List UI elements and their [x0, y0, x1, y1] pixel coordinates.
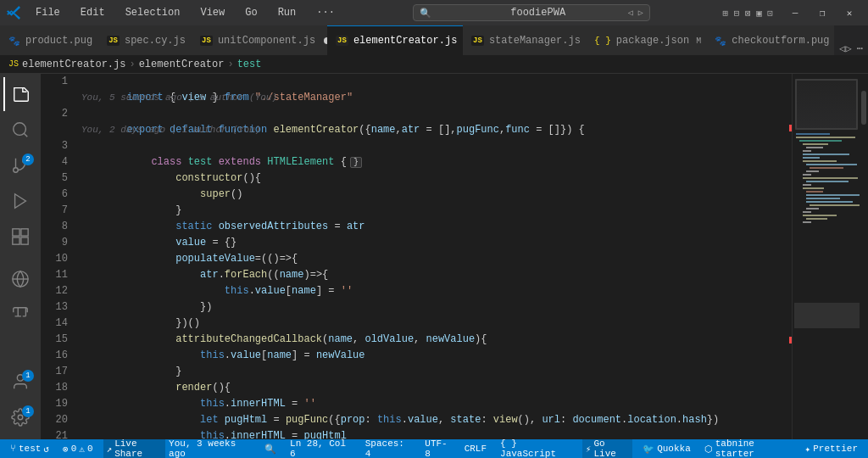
menu-view[interactable]: View — [195, 5, 230, 20]
code-line-21[interactable]: ············func.forEach((({event,callba… — [75, 428, 792, 439]
encoding-status[interactable]: UTF-8 — [421, 439, 453, 458]
go-live-status[interactable]: ⚡ Go Live — [582, 439, 632, 458]
activity-accounts[interactable]: 1 — [3, 365, 37, 399]
activity-testing[interactable] — [3, 298, 37, 332]
code-line-15[interactable]: ············this.value[name] = newValue — [75, 332, 792, 348]
code-line-5[interactable]: ············super() — [75, 170, 792, 187]
tab-spec-cy[interactable]: JS spec.cy.js — [98, 25, 192, 55]
global-search-input[interactable] — [413, 4, 650, 21]
breadcrumb-file[interactable]: elementCreator.js — [22, 59, 125, 70]
code-line-6[interactable]: ········} — [75, 187, 792, 203]
tab-element-creator[interactable]: JS elementCreator.js ✕ — [327, 25, 463, 55]
code-line-7[interactable]: ········static observedAttributes = atr — [75, 203, 792, 219]
search-status[interactable]: 🔍 — [261, 439, 280, 458]
live-share-status[interactable]: ↗ Live Share — [103, 439, 166, 458]
activity-explorer[interactable] — [3, 77, 37, 111]
tab-icon-package: { } — [594, 36, 611, 46]
svg-rect-16 — [799, 140, 842, 142]
code-content[interactable]: import { view } from "./stateManager" Yo… — [75, 74, 792, 439]
live-share-label: Live Share — [114, 438, 162, 458]
position-status[interactable]: Ln 28, Col 6 — [287, 439, 355, 458]
maximize-button[interactable]: ❐ — [810, 4, 834, 21]
tab-extra-icon1[interactable]: ◁▷ — [839, 42, 851, 55]
activity-settings[interactable]: 1 — [3, 400, 37, 434]
breadcrumb-method[interactable]: test — [237, 59, 262, 70]
activity-run-debug[interactable] — [3, 184, 37, 218]
git-branch-status[interactable]: ⑂ test ↺ — [7, 439, 53, 458]
svg-rect-17 — [803, 143, 828, 145]
minimap[interactable] — [792, 74, 860, 439]
vscode-icon — [7, 6, 20, 20]
accounts-badge: 1 — [22, 370, 34, 382]
tabnine-status[interactable]: ⬡ tabnine starter — [701, 439, 795, 458]
git-author-status[interactable]: You, 3 weeks ago — [165, 439, 254, 458]
svg-point-0 — [14, 123, 26, 136]
line-ending-status[interactable]: CRLF — [461, 439, 490, 458]
ln-4: 4 — [41, 154, 68, 170]
titlebar-nav-back: ◁ ▷ — [628, 8, 643, 18]
menu-edit[interactable]: Edit — [75, 5, 110, 20]
code-line-4[interactable]: ········constructor(){ — [75, 154, 792, 170]
svg-rect-28 — [806, 181, 849, 182]
code-line-20[interactable]: ············this.innerHTML = pugHtml — [75, 412, 792, 428]
source-control-badge: 2 — [22, 154, 34, 165]
code-line-14[interactable]: ········attributeChangedCallback(name, o… — [75, 316, 792, 332]
errors-status[interactable]: ⊗ 0 ⚠ 0 — [59, 439, 96, 458]
title-bar: File Edit Selection View Go Run ··· 🔍 ◁ … — [0, 0, 868, 25]
minimize-button[interactable]: — — [783, 4, 807, 21]
git-branch-name: test — [19, 444, 41, 454]
code-line-19[interactable]: ············let pugHtml = pugFunc({prop:… — [75, 396, 792, 412]
vertical-scrollbar[interactable] — [860, 74, 868, 439]
tab-state-manager[interactable]: JS stateManager.js — [463, 25, 586, 55]
svg-rect-40 — [803, 221, 811, 223]
ln-8: 8 — [41, 219, 68, 235]
activity-extensions[interactable] — [3, 220, 37, 254]
code-line-11[interactable]: ················this.value[name] = '' — [75, 267, 792, 283]
code-line-3[interactable]: ····class test extends HTMLElement {} — [75, 138, 792, 154]
code-line-17[interactable]: ········render(){ — [75, 364, 792, 380]
activity-search[interactable] — [3, 113, 37, 147]
close-button[interactable]: ✕ — [837, 4, 861, 21]
ln-15: 15 — [41, 332, 68, 348]
code-line-9[interactable]: ········populateValue=(()=>{ — [75, 235, 792, 251]
code-line-1[interactable]: import { view } from "./stateManager" — [75, 74, 792, 90]
prettier-status[interactable]: ✦ Prettier — [802, 439, 861, 458]
ln-13: 13 — [41, 299, 68, 316]
spaces-status[interactable]: Spaces: 4 — [362, 439, 415, 458]
language-status[interactable]: { } JavaScript — [497, 439, 576, 458]
tab-extra-icon2[interactable]: ⋯ — [857, 42, 863, 55]
code-line-13[interactable]: ········})() — [75, 299, 792, 316]
code-line-8[interactable]: ········value = {} — [75, 219, 792, 235]
breadcrumb-class[interactable]: elementCreator — [139, 59, 225, 70]
svg-rect-41 — [794, 303, 860, 328]
activity-bar-bottom: 1 1 — [3, 365, 37, 439]
code-line-2[interactable]: export default function elementCreator({… — [75, 106, 792, 122]
quokka-status[interactable]: 🐦 Quokka — [639, 439, 694, 458]
activity-source-control[interactable]: 2 — [3, 148, 37, 182]
git-blame-2: You, 2 days ago | 1 author (You) — [75, 122, 792, 138]
scrollbar-thumb[interactable] — [861, 91, 866, 125]
go-live-icon: ⚡ — [586, 444, 592, 455]
svg-rect-32 — [806, 194, 860, 196]
activity-remote[interactable] — [3, 262, 37, 296]
menu-go[interactable]: Go — [240, 5, 262, 20]
tab-label-product: product.pug — [25, 35, 92, 47]
tab-package-json[interactable]: { } package.json M — [586, 25, 706, 55]
code-line-12[interactable]: ············}) — [75, 283, 792, 299]
tab-checkout-form[interactable]: 🐾 checkoutform.pug — [706, 25, 834, 55]
code-line-16[interactable]: ········} — [75, 348, 792, 364]
svg-rect-33 — [806, 198, 840, 199]
tab-product-pug[interactable]: 🐾 product.pug — [0, 25, 98, 55]
svg-rect-29 — [803, 184, 811, 186]
menu-more[interactable]: ··· — [311, 5, 340, 20]
menu-selection[interactable]: Selection — [120, 5, 186, 20]
tab-unit-component[interactable]: JS unitComponent.js — [192, 25, 327, 55]
menu-file[interactable]: File — [31, 5, 65, 20]
ln-1: 1 — [41, 74, 68, 90]
menu-run[interactable]: Run — [273, 5, 302, 20]
code-line-10[interactable]: ············atr.forEach((name)=>{ — [75, 251, 792, 267]
svg-rect-27 — [803, 177, 858, 179]
ln-6: 6 — [41, 187, 68, 203]
code-line-18[interactable]: ············this.innerHTML = '' — [75, 380, 792, 396]
error-count: 0 — [71, 444, 77, 454]
